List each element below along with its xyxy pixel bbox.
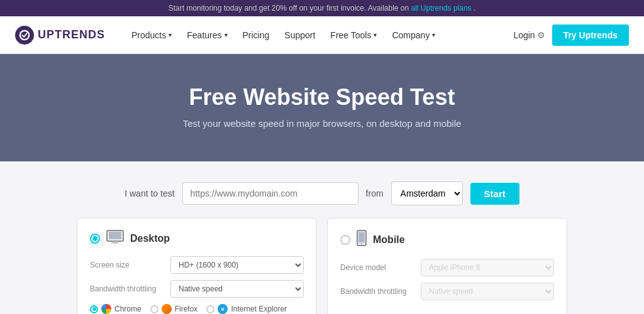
hero-subtitle: Test your website speed in major browser…: [15, 118, 629, 129]
ie-icon: e: [218, 304, 228, 314]
nav-links: Products ▾ Features ▾ Pricing Support Fr…: [125, 25, 513, 45]
device-model-label: Device model: [340, 263, 416, 272]
login-button[interactable]: Login ⊙: [513, 30, 544, 40]
start-button[interactable]: Start: [470, 183, 519, 205]
mobile-card-header: Mobile: [340, 230, 554, 250]
banner-text-after: .: [474, 4, 475, 13]
monitor-icon: [106, 230, 124, 244]
chevron-down-icon: ▾: [169, 31, 172, 38]
phone-icon: [357, 230, 367, 246]
hero-section: Free Website Speed Test Test your websit…: [0, 54, 644, 161]
svg-rect-2: [109, 232, 121, 239]
banner-text: Start monitoring today and get 20% off o…: [169, 4, 411, 13]
mobile-bandwidth-row: Bandwidth throttling Native speed: [340, 283, 554, 300]
navbar: UPTRENDS Products ▾ Features ▾ Pricing S…: [0, 16, 644, 54]
mobile-icon: [357, 230, 367, 250]
svg-rect-6: [358, 232, 365, 243]
desktop-card: Desktop Screen size HD+ (1600 x 900) Ban…: [77, 218, 317, 314]
desktop-icon: [106, 230, 124, 247]
mobile-card: Mobile Device model Apple iPhone 8 Bandw…: [327, 218, 567, 314]
ie-radio[interactable]: [206, 305, 214, 313]
device-cards: Desktop Screen size HD+ (1600 x 900) Ban…: [77, 218, 567, 314]
device-model-row: Device model Apple iPhone 8: [340, 259, 554, 276]
chrome-radio[interactable]: [90, 305, 98, 313]
logo-text: UPTRENDS: [38, 28, 105, 41]
svg-point-7: [361, 244, 362, 245]
nav-item-products[interactable]: Products ▾: [125, 25, 178, 45]
svg-rect-3: [113, 241, 118, 242]
logo-icon: [15, 26, 34, 45]
top-banner: Start monitoring today and get 20% off o…: [0, 0, 644, 16]
mobile-bandwidth-select[interactable]: Native speed: [421, 283, 554, 300]
desktop-card-header: Desktop: [90, 230, 304, 247]
hero-title: Free Website Speed Test: [15, 84, 629, 111]
bandwidth-row: Bandwidth throttling Native speed: [90, 280, 304, 298]
chevron-down-icon: ▾: [432, 31, 435, 38]
nav-item-support[interactable]: Support: [278, 25, 321, 45]
url-input[interactable]: [182, 182, 358, 205]
browser-options: Chrome Firefox e Internet Explorer 👻 Pha…: [90, 304, 304, 314]
logo-svg: [19, 30, 30, 41]
bandwidth-label: Bandwidth throttling: [90, 284, 165, 293]
chevron-down-icon: ▾: [225, 31, 228, 38]
test-section: I want to test from Amsterdam Start De: [0, 161, 644, 314]
mobile-radio[interactable]: [340, 235, 350, 245]
device-model-select[interactable]: Apple iPhone 8: [421, 259, 554, 276]
browser-ie[interactable]: e Internet Explorer: [206, 304, 287, 314]
screen-size-row: Screen size HD+ (1600 x 900): [90, 256, 304, 274]
nav-item-pricing[interactable]: Pricing: [236, 25, 276, 45]
chevron-down-icon: ▾: [374, 31, 377, 38]
svg-point-0: [20, 30, 29, 39]
svg-rect-4: [111, 242, 119, 244]
test-form-row: I want to test from Amsterdam Start: [125, 181, 519, 205]
banner-link[interactable]: all Uptrends plans: [411, 4, 472, 13]
chrome-icon: [101, 304, 111, 314]
screen-size-select[interactable]: HD+ (1600 x 900): [170, 256, 304, 274]
test-label: I want to test: [125, 188, 174, 198]
nav-actions: Login ⊙ Try Uptrends: [513, 24, 629, 46]
desktop-radio[interactable]: [90, 234, 100, 244]
from-label: from: [366, 188, 384, 198]
browser-firefox[interactable]: Firefox: [150, 304, 198, 314]
desktop-card-title: Desktop: [130, 233, 170, 244]
location-select[interactable]: Amsterdam: [391, 181, 463, 205]
mobile-bandwidth-label: Bandwidth throttling: [340, 287, 416, 296]
browser-chrome[interactable]: Chrome: [90, 304, 142, 314]
bandwidth-select[interactable]: Native speed: [170, 280, 304, 298]
nav-item-company[interactable]: Company ▾: [386, 25, 441, 45]
mobile-card-title: Mobile: [373, 234, 405, 246]
login-icon: ⊙: [538, 30, 545, 40]
logo[interactable]: UPTRENDS: [15, 26, 105, 45]
firefox-radio[interactable]: [150, 305, 158, 313]
nav-item-free-tools[interactable]: Free Tools ▾: [324, 25, 383, 45]
nav-item-features[interactable]: Features ▾: [180, 25, 233, 45]
try-uptrends-button[interactable]: Try Uptrends: [552, 24, 629, 46]
firefox-icon: [162, 304, 172, 314]
screen-size-label: Screen size: [90, 261, 165, 269]
